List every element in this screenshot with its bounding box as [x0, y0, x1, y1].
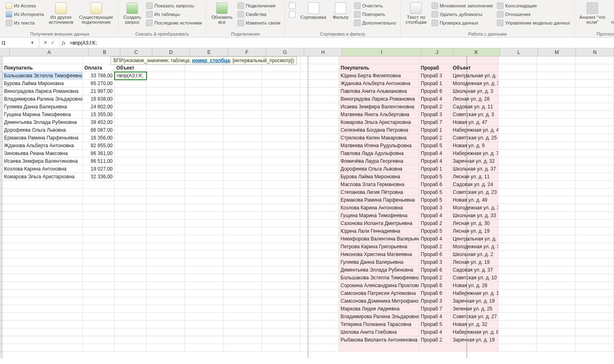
cell[interactable]: 24 802,00 [83, 103, 115, 111]
cell[interactable] [83, 274, 115, 282]
cell[interactable] [223, 181, 262, 189]
cell[interactable]: Виноградова Лариса Романовна [339, 95, 419, 103]
cell[interactable] [499, 64, 537, 72]
cell[interactable] [115, 142, 147, 150]
cell[interactable] [115, 204, 147, 212]
cell[interactable] [499, 165, 537, 173]
cell[interactable] [499, 266, 537, 274]
cell[interactable] [262, 344, 300, 352]
cell[interactable] [576, 173, 614, 181]
cell[interactable] [262, 196, 300, 204]
cell[interactable] [185, 305, 223, 313]
cell[interactable] [147, 165, 185, 173]
cell[interactable] [300, 313, 339, 321]
cell[interactable] [537, 297, 576, 305]
cell[interactable]: 19 027,00 [83, 165, 115, 173]
cell[interactable] [147, 142, 185, 150]
cell[interactable]: Прораб 3 [419, 258, 451, 266]
cell[interactable]: Советская ул. д. 25 [451, 134, 499, 142]
cell[interactable] [576, 72, 614, 80]
cell[interactable] [83, 204, 115, 212]
cell[interactable] [537, 189, 576, 196]
cell[interactable] [537, 274, 576, 282]
cell[interactable]: Садовая ул. д. 24 [451, 181, 499, 189]
cell[interactable] [300, 173, 339, 181]
cell[interactable] [537, 290, 576, 297]
cell[interactable] [2, 189, 83, 196]
cell[interactable] [576, 220, 614, 227]
cell[interactable] [2, 290, 83, 297]
ribbon-from-web[interactable]: Из Интернета [4, 10, 45, 18]
cell[interactable]: Никифорова Валентина Валерьяновна [339, 235, 419, 243]
cell[interactable] [499, 80, 537, 88]
cell[interactable] [262, 305, 300, 313]
cell[interactable] [147, 266, 185, 274]
cell[interactable] [147, 328, 185, 336]
cell[interactable]: Дементьева Эллада Рубеновна [339, 266, 419, 274]
cell[interactable] [115, 80, 147, 88]
cell[interactable] [185, 111, 223, 119]
cell[interactable] [83, 212, 115, 220]
cell[interactable] [576, 181, 614, 189]
cell[interactable]: Виноградова Лариса Романовна [2, 88, 83, 95]
cell[interactable] [537, 173, 576, 181]
cell[interactable]: Дорофеева Ольга Львовна [339, 165, 419, 173]
cell[interactable] [499, 321, 537, 328]
cell[interactable] [262, 258, 300, 266]
cell[interactable]: Прораб 3 [419, 111, 451, 119]
cell[interactable] [262, 173, 300, 181]
cell[interactable] [262, 72, 300, 80]
cell[interactable]: Советская ул. д. 27 [451, 313, 499, 321]
cell[interactable] [499, 204, 537, 212]
cell[interactable] [185, 227, 223, 235]
cell[interactable]: Прораб 6 [419, 88, 451, 95]
cell[interactable] [2, 196, 83, 204]
cell[interactable] [262, 95, 300, 103]
cell[interactable] [576, 235, 614, 243]
cell[interactable] [147, 119, 185, 126]
cell[interactable] [115, 157, 147, 165]
cell[interactable]: Лесная ул. д. 19 [451, 227, 499, 235]
cell[interactable] [185, 126, 223, 134]
cell[interactable] [499, 274, 537, 282]
cell[interactable] [2, 227, 83, 235]
cell[interactable] [83, 297, 115, 305]
cell[interactable] [262, 290, 300, 297]
cell[interactable]: Прораб 4 [419, 95, 451, 103]
cell[interactable]: Новая ул. д. 49 [451, 196, 499, 204]
cell[interactable]: Прораб 1 [419, 80, 451, 88]
cell[interactable] [185, 64, 223, 72]
cell[interactable] [185, 220, 223, 227]
cell[interactable]: Козлова Карина Антоновна [2, 165, 83, 173]
cell[interactable] [262, 150, 300, 157]
cell[interactable] [300, 80, 339, 88]
cell[interactable]: Садовая ул. д. 37 [451, 266, 499, 274]
cell[interactable]: Новая ул. д. 32 [451, 321, 499, 328]
cell[interactable] [147, 321, 185, 328]
cell[interactable] [300, 251, 339, 258]
ribbon-advanced[interactable]: Дополнительно [352, 19, 398, 27]
cell[interactable]: Школьная ул. д. 3 [451, 88, 499, 95]
cell[interactable]: Стрелкова Келен Макаровна [339, 134, 419, 142]
name-box[interactable]: ▼ [0, 38, 39, 48]
cell[interactable] [499, 313, 537, 321]
cell[interactable] [537, 313, 576, 321]
cell[interactable] [576, 126, 614, 134]
cell[interactable] [300, 157, 339, 165]
cell[interactable] [223, 227, 262, 235]
cell[interactable] [223, 305, 262, 313]
cell[interactable] [300, 196, 339, 204]
cell[interactable] [300, 290, 339, 297]
cell[interactable] [223, 258, 262, 266]
cell[interactable] [185, 212, 223, 220]
cell[interactable] [537, 111, 576, 119]
cell[interactable] [115, 181, 147, 189]
cell[interactable] [185, 80, 223, 88]
cell[interactable] [2, 336, 83, 344]
cell[interactable] [499, 235, 537, 243]
cell[interactable] [2, 181, 83, 189]
cell[interactable] [147, 227, 185, 235]
cell[interactable] [147, 64, 185, 72]
cell[interactable] [262, 251, 300, 258]
cell[interactable] [300, 220, 339, 227]
